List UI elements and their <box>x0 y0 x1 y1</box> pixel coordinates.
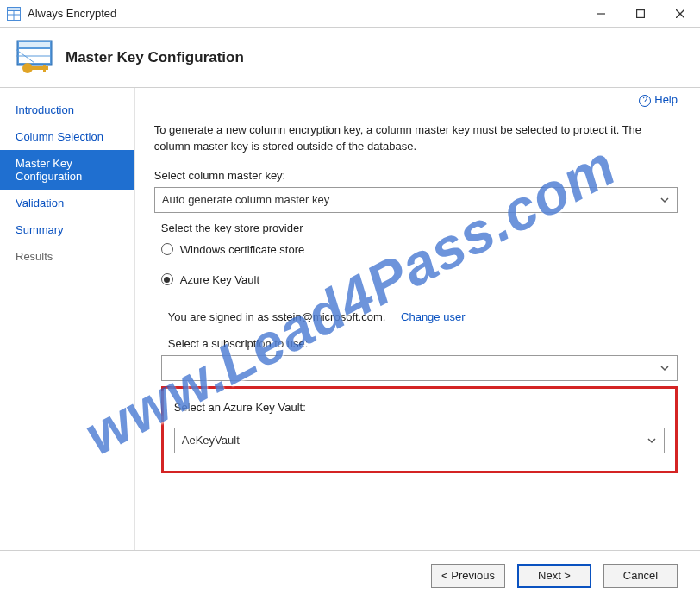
help-icon: ? <box>639 95 651 107</box>
sidebar-item-validation[interactable]: Validation <box>0 190 134 216</box>
help-link[interactable]: ?Help <box>639 93 678 107</box>
app-icon <box>7 7 21 21</box>
akv-label: Select an Azure Key Vault: <box>174 401 665 414</box>
subscription-label: Select a subscription to use: <box>168 337 678 350</box>
cmk-selected-value: Auto generate column master key <box>162 193 329 206</box>
previous-button[interactable]: < Previous <box>431 564 505 588</box>
wizard-content: ?Help To generate a new column encryptio… <box>135 88 700 550</box>
sidebar-item-column-selection[interactable]: Column Selection <box>0 123 134 150</box>
maximize-button[interactable] <box>621 0 660 28</box>
cmk-label: Select column master key: <box>154 169 678 182</box>
signed-in-user: sstein@microsoft.com. <box>272 310 386 323</box>
main-area: Introduction Column Selection Master Key… <box>0 88 700 550</box>
chevron-down-icon <box>659 195 670 205</box>
signed-in-text: You are signed in as sstein@microsoft.co… <box>168 310 678 323</box>
signed-in-prefix: You are signed in as <box>168 310 272 323</box>
wizard-footer: < Previous Next > Cancel <box>0 550 700 600</box>
cancel-button[interactable]: Cancel <box>603 564 678 588</box>
help-label: Help <box>654 93 678 106</box>
radio-windows-cert-label: Windows certificate store <box>180 243 305 256</box>
akv-highlight-box: Select an Azure Key Vault: AeKeyVault <box>161 386 678 473</box>
svg-rect-6 <box>637 9 645 17</box>
window-title: Always Encrypted <box>28 7 116 20</box>
svg-rect-10 <box>19 42 50 47</box>
next-button[interactable]: Next > <box>517 564 591 588</box>
header-icon <box>16 39 53 77</box>
radio-icon <box>161 273 173 285</box>
wizard-sidebar: Introduction Column Selection Master Key… <box>0 88 135 550</box>
radio-azure-key-vault[interactable]: Azure Key Vault <box>161 273 678 286</box>
radio-akv-label: Azure Key Vault <box>180 273 259 286</box>
svg-rect-1 <box>8 8 20 10</box>
provider-label: Select the key store provider <box>161 222 678 234</box>
sidebar-item-summary[interactable]: Summary <box>0 216 134 243</box>
subscription-dropdown[interactable] <box>161 355 678 381</box>
close-button[interactable] <box>660 0 700 28</box>
sidebar-item-results[interactable]: Results <box>0 243 134 270</box>
radio-icon <box>161 243 173 255</box>
akv-selected-value: AeKeyVault <box>182 434 240 447</box>
sidebar-item-master-key-configuration[interactable]: Master Key Configuration <box>0 150 134 190</box>
akv-dropdown[interactable]: AeKeyVault <box>174 428 665 453</box>
minimize-button[interactable] <box>581 0 621 28</box>
sidebar-item-introduction[interactable]: Introduction <box>0 97 134 123</box>
page-title: Master Key Configuration <box>66 49 244 66</box>
chevron-down-icon <box>659 363 670 373</box>
wizard-header: Master Key Configuration <box>0 28 700 88</box>
change-user-link[interactable]: Change user <box>401 310 465 323</box>
intro-text: To generate a new column encryption key,… <box>154 122 678 155</box>
radio-windows-cert-store[interactable]: Windows certificate store <box>161 243 678 256</box>
svg-rect-16 <box>43 65 46 72</box>
cmk-dropdown[interactable]: Auto generate column master key <box>154 187 678 213</box>
title-bar: Always Encrypted <box>0 0 700 28</box>
chevron-down-icon <box>647 435 657 446</box>
